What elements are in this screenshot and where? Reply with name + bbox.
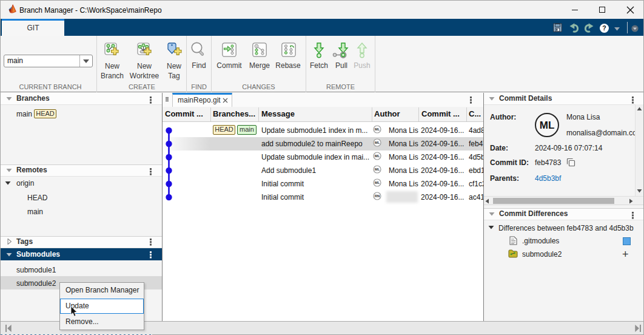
svg-text:ML: ML bbox=[375, 141, 380, 144]
svg-text:ML: ML bbox=[375, 127, 380, 131]
svg-text:RN: RN bbox=[375, 194, 380, 198]
svg-text:?: ? bbox=[602, 24, 606, 32]
svg-text:ML: ML bbox=[375, 168, 380, 171]
svg-text:ML: ML bbox=[375, 181, 380, 184]
svg-text:ML: ML bbox=[375, 154, 380, 158]
